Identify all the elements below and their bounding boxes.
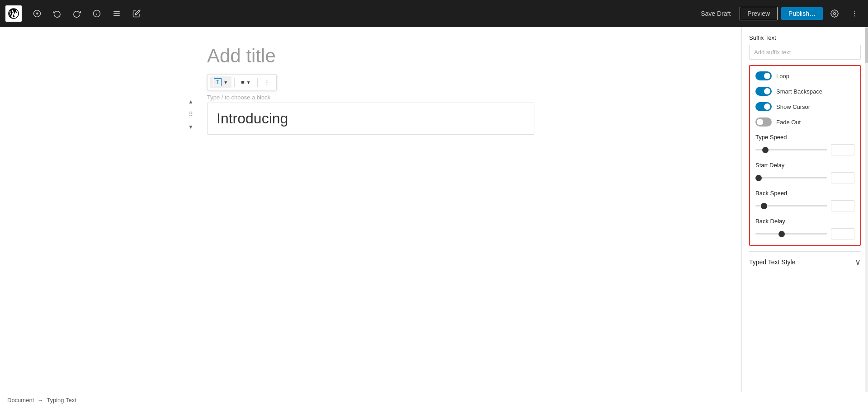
back-delay-label: Back Delay (755, 218, 854, 225)
back-delay-section: Back Delay 700 (755, 218, 854, 239)
block-more-icon: ⋮ (264, 79, 270, 86)
sidebar-inner: Suffix Text Loop (742, 27, 868, 280)
back-speed-label: Back Speed (755, 190, 854, 197)
statusbar: Document → Typing Text (0, 392, 868, 408)
chevron-down-icon: ∨ (855, 257, 861, 267)
type-speed-slider[interactable] (755, 149, 827, 150)
loop-row: Loop (755, 71, 854, 80)
type-speed-section: Type Speed 50 (755, 134, 854, 155)
info-button[interactable] (89, 5, 105, 22)
drag-handle[interactable]: ⠿ (185, 109, 196, 120)
typed-text: Introducing (217, 110, 288, 127)
back-speed-slider[interactable] (755, 205, 827, 206)
back-delay-value[interactable]: 700 (831, 228, 854, 239)
wp-logo (5, 5, 22, 22)
text-type-icon: T (214, 78, 222, 86)
fade-out-label: Fade Out (776, 119, 801, 126)
main-area: Add title ▲ ⠿ ▼ T ▼ ≡ (0, 27, 868, 392)
back-speed-value[interactable]: 40 (831, 200, 854, 211)
back-speed-row: 40 (755, 200, 854, 211)
publish-button[interactable]: Publish… (781, 7, 823, 20)
more-options-button[interactable] (846, 5, 863, 22)
block-toolbar: T ▼ ≡ ▼ ⋮ (207, 74, 277, 90)
back-speed-section: Back Speed 40 (755, 190, 854, 211)
editor-content: Add title ▲ ⠿ ▼ T ▼ ≡ (185, 45, 556, 135)
preview-button[interactable]: Preview (740, 7, 778, 20)
list-view-button[interactable] (108, 5, 125, 22)
settings-button[interactable] (826, 5, 843, 22)
show-cursor-row: Show Cursor (755, 102, 854, 111)
settings-section: Loop Smart Backspace (749, 65, 861, 246)
smart-backspace-label: Smart Backspace (776, 88, 822, 95)
block-placeholder-hint: Type / to choose a block (207, 94, 534, 101)
svg-point-13 (854, 15, 855, 16)
svg-point-11 (854, 11, 855, 12)
sidebar: Suffix Text Loop (741, 27, 868, 392)
show-cursor-label: Show Cursor (776, 103, 810, 110)
fade-out-toggle[interactable] (755, 117, 772, 127)
align-icon: ≡ (241, 79, 245, 86)
scroll-thumb[interactable] (865, 27, 868, 63)
loop-toggle[interactable] (755, 71, 772, 80)
start-delay-section: Start Delay 0 (755, 162, 854, 183)
block-controls: ▲ ⠿ ▼ (185, 96, 196, 132)
type-speed-row: 50 (755, 144, 854, 155)
svg-point-12 (854, 13, 855, 14)
redo-button[interactable] (69, 5, 85, 22)
start-delay-value[interactable]: 0 (831, 172, 854, 183)
topbar: Save Draft Preview Publish… (0, 0, 868, 27)
title-input[interactable]: Add title (207, 45, 534, 67)
move-up-button[interactable]: ▲ (185, 96, 196, 107)
move-down-button[interactable]: ▼ (185, 122, 196, 132)
svg-point-10 (834, 13, 836, 15)
undo-button[interactable] (49, 5, 65, 22)
show-cursor-toggle[interactable] (755, 102, 772, 111)
save-draft-button[interactable]: Save Draft (695, 7, 736, 20)
typing-block-area: ▲ ⠿ ▼ T ▼ ≡ ▼ ⋮ (207, 94, 534, 135)
suffix-text-input[interactable] (749, 45, 861, 60)
back-delay-row: 700 (755, 228, 854, 239)
add-block-button[interactable] (29, 5, 45, 22)
block-type-chevron: ▼ (223, 80, 228, 85)
start-delay-label: Start Delay (755, 162, 854, 169)
fade-out-row: Fade Out (755, 117, 854, 127)
toolbar-separator-2 (257, 78, 258, 87)
align-button[interactable]: ≡ ▼ (237, 77, 255, 88)
typed-text-style-row[interactable]: Typed Text Style ∨ (749, 251, 861, 272)
statusbar-page: Typing Text (47, 397, 76, 403)
start-delay-row: 0 (755, 172, 854, 183)
toolbar-separator-1 (234, 78, 235, 87)
smart-backspace-toggle[interactable] (755, 87, 772, 96)
align-chevron: ▼ (246, 80, 251, 85)
block-type-button[interactable]: T ▼ (210, 76, 231, 88)
scroll-track (865, 27, 868, 392)
type-speed-value[interactable]: 50 (831, 144, 854, 155)
statusbar-arrow: → (38, 397, 43, 403)
edit-button[interactable] (128, 5, 145, 22)
block-more-button[interactable]: ⋮ (260, 77, 274, 88)
smart-backspace-row: Smart Backspace (755, 87, 854, 96)
back-delay-slider[interactable] (755, 233, 827, 234)
type-speed-label: Type Speed (755, 134, 854, 141)
typed-text-style-label: Typed Text Style (749, 258, 795, 266)
editor-area: Add title ▲ ⠿ ▼ T ▼ ≡ (0, 27, 741, 392)
loop-label: Loop (776, 73, 789, 80)
typing-block[interactable]: Introducing (207, 103, 534, 135)
statusbar-doc: Document (7, 397, 34, 403)
start-delay-slider[interactable] (755, 177, 827, 178)
suffix-text-label: Suffix Text (749, 34, 861, 41)
